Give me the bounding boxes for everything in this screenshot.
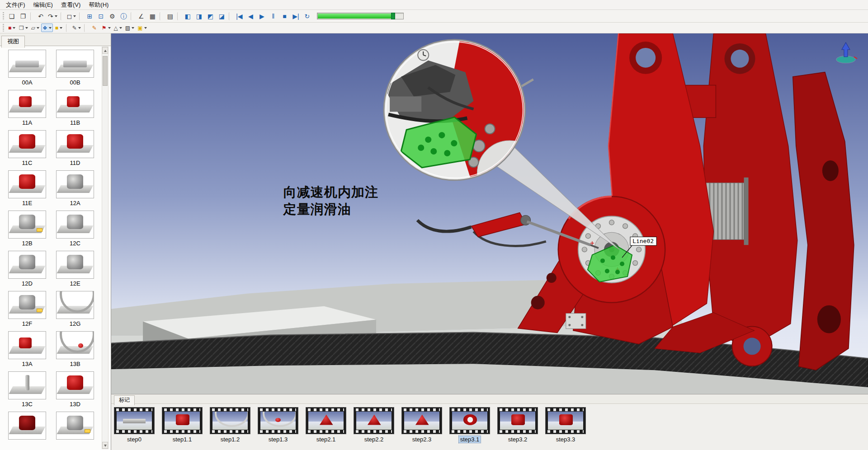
view-item[interactable]: 11E [6, 170, 48, 206]
toolbar-grip[interactable] [3, 24, 4, 32]
view-thumbnail[interactable] [56, 371, 94, 399]
view-item[interactable]: 11C [6, 130, 48, 166]
step-thumbnail[interactable] [114, 407, 155, 434]
viewport-3d[interactable]: Line02 向减速机内加注 定量润滑油 [111, 33, 868, 394]
view-item[interactable]: 11D [54, 130, 96, 166]
view-item[interactable] [54, 412, 96, 441]
pencil-icon[interactable]: ✎ [71, 23, 82, 32]
view-item[interactable]: 11A [6, 90, 48, 126]
view-thumbnail[interactable] [8, 331, 46, 359]
step-thumbnail[interactable] [258, 407, 298, 434]
view-item[interactable]: 12B [6, 211, 48, 247]
section-view-icon[interactable]: ▤ [165, 11, 175, 21]
view-item[interactable]: 12G [54, 291, 96, 327]
step-item[interactable]: step3.3 [545, 407, 586, 443]
tab-views[interactable]: 视图 [1, 36, 25, 48]
scroll-down-arrow[interactable] [102, 442, 108, 449]
scene-style-icon[interactable]: ❒ [18, 23, 29, 32]
view-item[interactable]: 13D [54, 371, 96, 408]
step-thumbnail[interactable] [497, 407, 538, 434]
eraser-icon[interactable]: ▱ [30, 23, 41, 32]
step-item[interactable]: step2.1 [306, 407, 346, 443]
scroll-thumb[interactable] [103, 56, 108, 86]
open-file-icon[interactable]: ❏ [6, 11, 17, 21]
toolbar-separator[interactable] [66, 24, 69, 32]
pen-icon[interactable]: ✎ [89, 23, 100, 32]
step-item[interactable]: step3.2 [497, 407, 538, 443]
menu-file[interactable]: 文件(F) [2, 0, 29, 10]
play-last-icon[interactable]: ▶| [290, 11, 301, 21]
view-item[interactable]: 13A [6, 331, 48, 367]
toolbar-separator[interactable] [160, 12, 163, 20]
step-item[interactable]: step2.3 [401, 407, 442, 443]
progress-handle[interactable] [391, 13, 395, 19]
step-item[interactable]: step1.1 [162, 407, 203, 443]
view-thumbnail[interactable] [8, 371, 46, 399]
pause-icon[interactable]: ‖ [268, 11, 278, 21]
view-item[interactable]: 12D [6, 251, 48, 287]
step-item[interactable]: step1.2 [210, 407, 250, 443]
view-item[interactable]: 00B [54, 50, 96, 86]
step-item[interactable]: step1.3 [258, 407, 298, 443]
view-thumbnail[interactable] [8, 130, 46, 158]
view-front-icon[interactable]: ◨ [193, 11, 204, 21]
toolbar-separator[interactable] [61, 12, 64, 20]
redo-icon[interactable]: ↷ [47, 11, 59, 21]
view-item[interactable]: 12C [54, 211, 96, 247]
view-thumbnail[interactable] [8, 211, 46, 239]
view-iso-icon[interactable]: ◧ [182, 11, 193, 21]
view-thumbnail[interactable] [56, 251, 94, 279]
step-thumbnail[interactable] [306, 407, 346, 434]
protractor-icon[interactable]: △ [113, 23, 123, 32]
animation-progress-slider[interactable] [317, 13, 404, 19]
view-thumbnail[interactable] [56, 412, 94, 440]
toolbar-separator[interactable] [30, 12, 33, 20]
menu-help[interactable]: 帮助(H) [85, 0, 113, 10]
menu-edit[interactable]: 编辑(E) [29, 0, 57, 10]
toolbar-separator[interactable] [229, 12, 232, 20]
view-thumbnail[interactable] [56, 291, 94, 319]
view-thumbnail[interactable] [8, 50, 46, 78]
view-thumbnail[interactable] [56, 50, 94, 78]
view-thumbnail[interactable] [56, 331, 94, 359]
view-item[interactable]: 12E [54, 251, 96, 287]
step-item[interactable]: step0 [114, 407, 155, 443]
erase-marks-icon[interactable]: ▨ [124, 23, 136, 32]
measure-icon[interactable]: ∠ [136, 11, 146, 21]
fit-window-icon[interactable]: ⊞ [84, 11, 95, 21]
view-top-icon[interactable]: ◪ [216, 11, 227, 21]
paint-fill-icon[interactable]: ■ [6, 23, 17, 32]
view-thumbnail[interactable] [8, 291, 46, 319]
view-thumbnail[interactable] [8, 90, 46, 118]
step-thumbnail[interactable] [162, 407, 203, 434]
step-thumbnail[interactable] [449, 407, 490, 434]
info-icon[interactable]: ⓘ [118, 11, 129, 21]
toolbar-grip[interactable] [3, 12, 4, 20]
swatch-icon[interactable]: ■ [53, 23, 64, 32]
view-item[interactable] [6, 412, 48, 441]
3d-scene-canvas[interactable]: Line02 向减速机内加注 定量润滑油 [111, 33, 868, 394]
view-item[interactable]: 00A [6, 50, 48, 86]
step-item[interactable]: step3.1 [449, 407, 490, 443]
view-item[interactable]: 11B [54, 90, 96, 126]
move-tool-icon[interactable]: ❖ [41, 23, 53, 32]
view-thumbnail[interactable] [8, 170, 46, 198]
grid-icon[interactable]: ▦ [147, 11, 158, 21]
view-thumbnail[interactable] [56, 90, 94, 118]
toolbar-separator[interactable] [84, 24, 87, 32]
view-thumbnail[interactable] [56, 130, 94, 158]
step-item[interactable]: step2.2 [354, 407, 394, 443]
view-side-icon[interactable]: ◩ [205, 11, 216, 21]
step-thumbnail[interactable] [354, 407, 394, 434]
views-scrollbar[interactable] [102, 47, 108, 449]
toolbar-separator[interactable] [177, 12, 180, 20]
view-thumbnail[interactable] [56, 211, 94, 239]
view-item[interactable]: 13B [54, 331, 96, 367]
toolbar-separator[interactable] [131, 12, 134, 20]
scroll-up-arrow[interactable] [102, 47, 108, 54]
zoom-window-icon[interactable]: ⊡ [95, 11, 106, 21]
import-file-icon[interactable]: ❐ [18, 11, 28, 21]
view-item[interactable]: 12A [54, 170, 96, 206]
play-prev-icon[interactable]: ◀ [245, 11, 256, 21]
undo-icon[interactable]: ↶ [35, 11, 46, 21]
